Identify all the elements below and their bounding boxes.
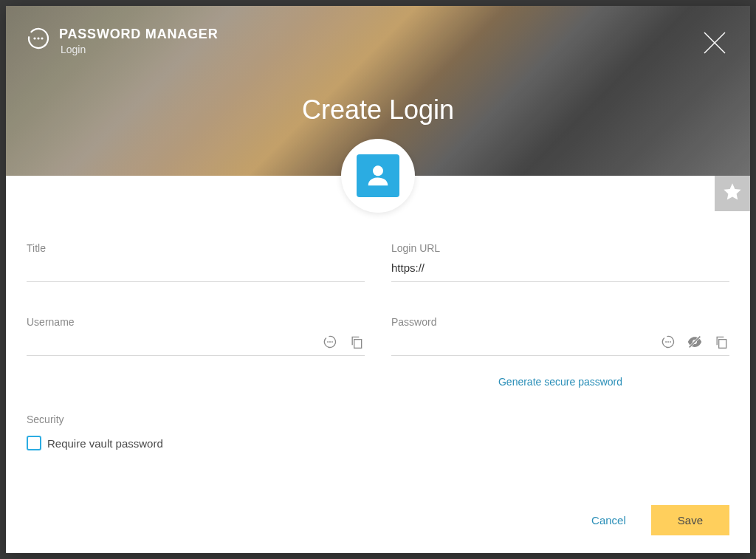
svg-point-15: [670, 341, 671, 343]
require-vault-checkbox-row[interactable]: Require vault password: [27, 436, 729, 450]
brand-subtitle: Login: [61, 44, 218, 55]
brand-logo-icon: [27, 27, 50, 50]
password-label: Password: [391, 316, 729, 328]
page-title: Create Login: [6, 95, 750, 126]
header: PASSWORD MANAGER Login Create Login: [6, 6, 750, 176]
login-url-input[interactable]: [391, 257, 729, 282]
save-button[interactable]: Save: [651, 505, 729, 535]
avatar[interactable]: [341, 139, 415, 213]
security-heading: Security: [27, 414, 729, 425]
copy-icon[interactable]: [713, 334, 729, 350]
generate-password-link[interactable]: Generate secure password: [498, 376, 622, 388]
svg-point-9: [329, 341, 331, 343]
svg-point-1: [33, 37, 35, 39]
svg-point-6: [373, 165, 383, 176]
svg-point-13: [665, 341, 667, 343]
footer-actions: Cancel Save: [587, 505, 729, 535]
cancel-button[interactable]: Cancel: [587, 507, 630, 534]
security-section: Security Require vault password: [27, 414, 729, 450]
username-input[interactable]: [27, 331, 365, 356]
create-login-modal: PASSWORD MANAGER Login Create Login: [6, 6, 750, 553]
username-field-group: Username: [27, 316, 365, 356]
login-url-label: Login URL: [391, 242, 729, 254]
close-button[interactable]: [700, 30, 729, 59]
favorite-button[interactable]: [715, 176, 750, 211]
svg-rect-20: [719, 340, 726, 349]
copy-icon[interactable]: [348, 334, 365, 350]
svg-point-2: [37, 37, 39, 39]
password-field-group: Password: [391, 316, 729, 356]
login-url-field-group: Login URL: [391, 242, 729, 282]
brand-title: PASSWORD MANAGER: [59, 27, 218, 42]
svg-rect-11: [354, 340, 362, 349]
person-icon: [357, 154, 399, 197]
svg-point-8: [327, 341, 329, 343]
checkbox-icon: [27, 436, 41, 450]
title-field-group: Title: [27, 242, 365, 282]
generator-icon[interactable]: [322, 334, 338, 350]
svg-point-3: [41, 37, 43, 39]
brand: PASSWORD MANAGER Login: [27, 27, 218, 55]
close-icon: [701, 30, 728, 59]
form-body: Title Login URL Username: [6, 176, 750, 553]
title-input[interactable]: [27, 257, 365, 282]
require-vault-label: Require vault password: [47, 437, 163, 450]
generator-icon[interactable]: [660, 334, 676, 350]
svg-point-14: [667, 341, 669, 343]
title-label: Title: [27, 242, 365, 254]
username-label: Username: [27, 316, 365, 328]
svg-point-10: [331, 341, 333, 343]
visibility-off-icon[interactable]: [687, 334, 703, 350]
star-icon: [722, 182, 743, 205]
